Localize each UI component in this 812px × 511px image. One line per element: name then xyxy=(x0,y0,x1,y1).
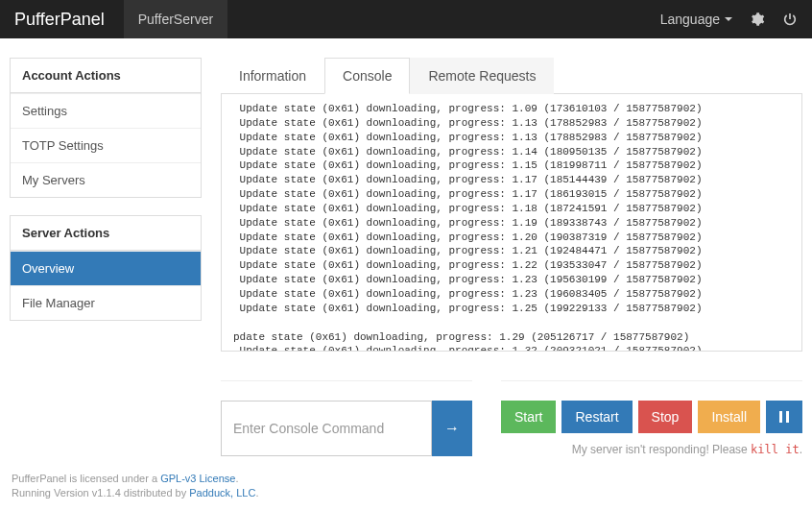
tabs: Information Console Remote Requests xyxy=(221,58,802,94)
sidebar-item-settings[interactable]: Settings xyxy=(11,93,201,128)
footer: PufferPanel is licensed under a GPL-v3 L… xyxy=(0,466,812,511)
sidebar-item-totp-settings[interactable]: TOTP Settings xyxy=(11,128,201,162)
pause-button[interactable] xyxy=(766,401,802,433)
server-actions-heading: Server Actions xyxy=(11,216,201,251)
not-responding-text: My server isn't responding! Please kill … xyxy=(501,443,802,456)
tab-remote-requests[interactable]: Remote Requests xyxy=(410,58,554,94)
restart-button[interactable]: Restart xyxy=(561,401,632,433)
server-actions-panel: Server Actions Overview File Manager xyxy=(10,215,202,321)
sidebar-item-overview[interactable]: Overview xyxy=(11,251,201,285)
license-link[interactable]: GPL-v3 License xyxy=(160,473,235,484)
sidebar: Account Actions Settings TOTP Settings M… xyxy=(10,58,202,456)
stop-button[interactable]: Stop xyxy=(638,401,693,433)
chevron-down-icon xyxy=(725,17,732,21)
install-button[interactable]: Install xyxy=(698,401,760,433)
account-actions-heading: Account Actions xyxy=(11,59,201,93)
account-actions-panel: Account Actions Settings TOTP Settings M… xyxy=(10,58,202,198)
command-input-group: → xyxy=(221,380,472,456)
console-output[interactable]: Update state (0x61) downloading, progres… xyxy=(221,94,802,352)
tab-console[interactable]: Console xyxy=(324,58,410,94)
power-icon[interactable] xyxy=(782,12,798,27)
send-command-button[interactable]: → xyxy=(432,401,472,456)
kill-it-link[interactable]: kill it xyxy=(751,443,800,456)
brand[interactable]: PufferPanel xyxy=(14,10,105,30)
start-button[interactable]: Start xyxy=(501,401,557,433)
distributor-link[interactable]: Padduck, LLC xyxy=(189,487,255,499)
navbar: PufferPanel PufferServer Language xyxy=(0,0,812,38)
cogs-icon[interactable] xyxy=(750,12,765,27)
language-label: Language xyxy=(660,12,720,27)
pause-icon xyxy=(779,411,789,423)
sidebar-item-file-manager[interactable]: File Manager xyxy=(11,285,201,320)
server-name[interactable]: PufferServer xyxy=(124,0,227,38)
sidebar-item-my-servers[interactable]: My Servers xyxy=(11,162,201,197)
tab-information[interactable]: Information xyxy=(221,58,324,94)
language-dropdown[interactable]: Language xyxy=(660,12,732,27)
main-content: Information Console Remote Requests Upda… xyxy=(221,58,802,456)
server-control-buttons: Start Restart Stop Install xyxy=(501,401,802,433)
console-command-input[interactable] xyxy=(221,401,432,456)
